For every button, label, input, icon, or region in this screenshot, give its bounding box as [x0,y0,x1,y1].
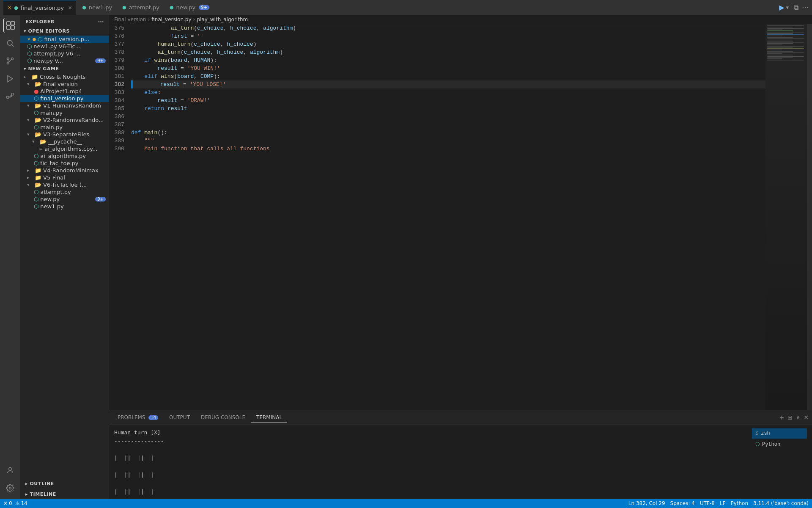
terminal-line-sep: --------------- [114,437,745,445]
chevron-down-icon: ▾ [27,117,33,123]
terminal-tab-python[interactable]: ⬡ Python [752,439,807,450]
tab-problems[interactable]: PROBLEMS 14 [112,413,163,422]
terminal-tab-label: Python [762,440,780,449]
file-v1-main[interactable]: ⬡ main.py [20,109,109,116]
tab-final-version[interactable]: ✕ ● final_version.py ✕ [3,0,76,15]
file-final-version-py[interactable]: ⬡ final_version.py [20,95,109,102]
add-terminal-icon[interactable]: + [779,414,785,421]
tab-attempt[interactable]: ● attempt.py [118,0,164,15]
eol[interactable]: LF [720,500,726,506]
close-panel-icon[interactable]: ✕ [804,414,809,421]
status-errors[interactable]: ✕ 0 ⚠ 14 [3,500,27,506]
svg-rect-1 [11,22,14,25]
open-editor-new1[interactable]: ⬡ new1.py V6-Tic... [20,43,109,50]
terminal-output[interactable]: Human turn [X] --------------- | || || |… [114,428,745,495]
open-editor-new[interactable]: ⬡ new.py V... 9+ [20,57,109,64]
py-file-icon: ⬡ [34,124,38,130]
run-dropdown-icon[interactable]: ▾ [786,4,789,11]
code-line: human_turn(c_choice, h_choice) [131,40,765,48]
split-terminal-icon[interactable]: ⊞ [787,414,793,421]
chevron-right-icon: ▸ [27,175,33,180]
file-new-py[interactable]: ⬡ new.py 9+ [20,196,109,203]
folder-v2[interactable]: ▾ 📂 V2-RandomvsRando... [20,116,109,124]
new-game-header[interactable]: ▾ NEW GAME [20,64,109,73]
language-mode[interactable]: Python [730,500,748,506]
svg-line-5 [12,45,14,47]
code-editor[interactable]: 375 376 377 378 379 380 381 382 383 384 … [109,24,812,410]
tab-terminal[interactable]: TERMINAL [251,413,287,422]
terminal-tabs-list: $ zsh ⬡ Python [752,428,807,495]
activity-accounts[interactable] [3,463,17,478]
status-left: ✕ 0 ⚠ 14 [3,500,27,506]
activity-explorer[interactable] [3,18,17,33]
chevron-up-icon[interactable]: ∧ [796,414,800,421]
folder-label: __pycache__ [48,138,82,145]
close-icon[interactable]: ✕ [27,37,30,41]
activity-search[interactable] [3,36,17,50]
video-file-icon: ● [34,88,38,94]
code-line: else: [131,88,765,97]
activity-extensions[interactable] [3,89,17,104]
file-label: final_version.py [40,95,83,102]
panel-tabs: PROBLEMS 14 OUTPUT DEBUG CONSOLE TERMINA… [109,410,812,425]
code-line: result = 'DRAW!' [131,97,765,105]
more-actions-icon[interactable]: ⋯ [802,3,809,11]
breadcrumb-sep: › [148,17,150,22]
panel-actions: + ⊞ ∧ ✕ [779,414,809,421]
encoding[interactable]: UTF-8 [700,500,715,506]
file-aiproject[interactable]: ● AIProject1.mp4 [20,88,109,95]
file-attempt[interactable]: ⬡ attempt.py [20,188,109,196]
file-cpython[interactable]: ≡ ai_algorithms.cpy... [20,145,109,152]
file-ai-algorithms[interactable]: ⬡ ai_algorithms.py [20,152,109,160]
open-editors-header[interactable]: ▾ OPEN EDITORS [20,27,109,36]
tab-new[interactable]: ● new.py 9+ [165,0,214,15]
folder-v4[interactable]: ▸ 📁 V4-RandomMinimax [20,167,109,174]
outline-header[interactable]: ▸ OUTLINE [20,478,109,488]
run-icon[interactable]: ▶ [779,3,784,11]
folder-cross-noughts[interactable]: ▸ 📁 Cross & Noughts [20,73,109,80]
svg-rect-0 [7,22,10,25]
tab-badge-new: 9+ [199,5,209,10]
modified-dot: ● [32,37,36,41]
code-line: return result [131,105,765,113]
tab-new1[interactable]: ● new1.py [78,0,116,15]
terminal-board-row5: | || || | [114,488,745,496]
file-v2-main[interactable]: ⬡ main.py [20,124,109,131]
explorer-more-icon[interactable]: ⋯ [98,18,104,25]
tab-label-new1: new1.py [89,4,112,11]
open-editor-attempt[interactable]: ⬡ attempt.py V6-... [20,50,109,57]
terminal-board-row1: | || || | [114,454,745,462]
tab-debug-console[interactable]: DEBUG CONSOLE [196,413,250,422]
open-editor-final[interactable]: ✕ ● ⬡ final_version.p... [20,36,109,43]
terminal-tab-zsh[interactable]: $ zsh [752,428,807,439]
split-editor-icon[interactable]: ⧉ [794,3,798,11]
activity-source-control[interactable] [3,54,17,68]
folder-v5[interactable]: ▸ 📁 V5-Final [20,174,109,181]
code-content[interactable]: ai_turn(c_choice, h_choice, algorithm) f… [129,24,765,410]
indentation[interactable]: Spaces: 4 [670,500,695,506]
file-label: new1.py [40,203,63,210]
status-bar: ✕ 0 ⚠ 14 Ln 382, Col 29 Spaces: 4 UTF-8 … [0,499,812,508]
timeline-header[interactable]: ▸ TIMELINE [20,488,109,499]
folder-final-version[interactable]: ▾ 📂 Final version [20,80,109,88]
folder-icon: 📂 [35,81,41,87]
folder-label: V1-HumanvsRandom [43,102,101,109]
activity-settings[interactable] [3,481,17,495]
activity-run[interactable] [3,72,17,86]
py-file-icon: ⬡ [34,160,38,166]
breadcrumb-item-fn[interactable]: play_with_algorithm [197,17,248,22]
close-icon[interactable]: ✕ [68,5,72,11]
folder-v6[interactable]: ▾ 📂 V6-TicTacToe (... [20,181,109,188]
folder-pycache[interactable]: ▾ 📂 __pycache__ [20,138,109,145]
file-tic-tac-toe[interactable]: ⬡ tic_tac_toe.py [20,160,109,167]
python-version[interactable]: 3.11.4 ('base': conda) [753,500,809,506]
breadcrumb-item-final-version[interactable]: Final version [114,17,146,22]
cursor-position[interactable]: Ln 382, Col 29 [628,500,665,506]
folder-icon: 📂 [35,102,41,109]
file-new1-py[interactable]: ⬡ new1.py [20,203,109,210]
breadcrumb-item-file[interactable]: final_version.py [151,17,191,22]
folder-v3[interactable]: ▾ 📂 V3-SeparateFiles [20,131,109,138]
tab-output[interactable]: OUTPUT [164,413,195,422]
terminal-content: Human turn [X] --------------- | || || |… [114,428,745,499]
folder-v1[interactable]: ▾ 📂 V1-HumanvsRandom [20,102,109,109]
